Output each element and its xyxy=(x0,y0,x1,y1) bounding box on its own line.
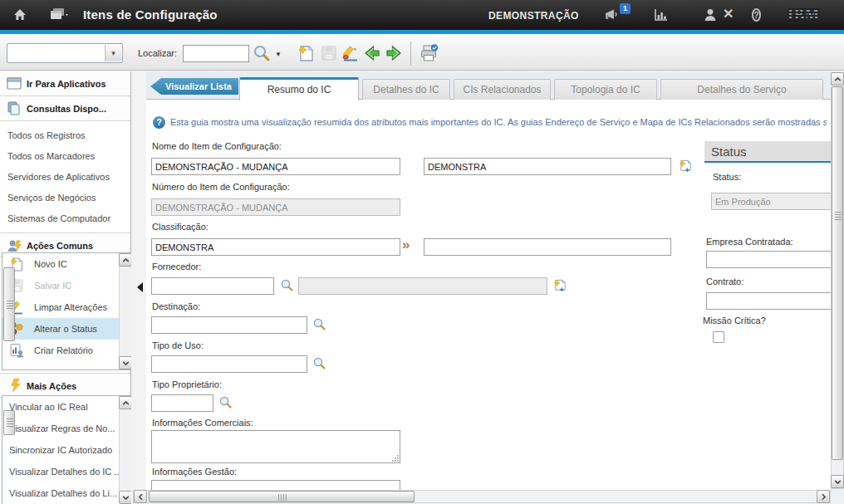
more-actions-list: Vincular ao IC Real Visualizar Regras de… xyxy=(2,395,133,504)
fornecedor-label: Fornecedor: xyxy=(152,262,201,272)
resize-grip-icon[interactable] xyxy=(391,454,399,462)
long-description-icon[interactable] xyxy=(678,159,693,174)
status-label: Status: xyxy=(713,172,741,182)
nome-input[interactable] xyxy=(151,158,400,175)
help-icon[interactable]: ? xyxy=(752,7,770,23)
find-input[interactable] xyxy=(183,45,249,62)
tab-cis-relacionados[interactable]: CIs Relacionados xyxy=(454,79,551,100)
contrato-input[interactable] xyxy=(706,292,831,310)
sidebar: Ir Para Aplicativos Consultas Dispo... T… xyxy=(0,71,131,504)
empresa-contratada-input[interactable] xyxy=(706,251,831,268)
search-icon[interactable] xyxy=(252,43,272,63)
missao-critica-checkbox[interactable] xyxy=(713,331,724,343)
action-visualizar-detalhes-ic[interactable]: Visualizar Detalhes do IC ... xyxy=(2,461,132,482)
fornecedor-lookup-icon[interactable] xyxy=(280,278,294,292)
nome-descricao-input[interactable] xyxy=(424,158,671,175)
announcements-icon[interactable] xyxy=(603,7,621,23)
action-criar-relatorio[interactable]: Criar Relatório xyxy=(2,340,132,361)
informacoes-gestao-textarea[interactable] xyxy=(151,480,400,490)
more-actions-scrollbar[interactable] xyxy=(119,396,132,503)
clear-changes-icon[interactable] xyxy=(341,43,361,63)
classificacao-input[interactable] xyxy=(151,238,400,256)
query-link-servicos-negocios[interactable]: Serviços de Negócios xyxy=(0,188,130,208)
tipo-uso-input[interactable] xyxy=(151,355,307,373)
query-link-servidores-aplicativos[interactable]: Servidores de Aplicativos xyxy=(0,167,130,188)
action-novo-ic[interactable]: Novo IC xyxy=(2,253,132,275)
destinacao-input[interactable] xyxy=(151,316,307,334)
tab-topologia-do-ic[interactable]: Topologia do IC xyxy=(554,79,657,100)
tab-content-resumo: ? Esta guia mostra uma visualização resu… xyxy=(146,100,831,490)
action-vincular-ic-real[interactable]: Vincular ao IC Real xyxy=(2,396,132,418)
tipo-proprietario-lookup-icon[interactable] xyxy=(218,395,233,409)
create-report-icon xyxy=(8,342,25,359)
scrollbar-thumb[interactable] xyxy=(832,86,843,460)
print-icon[interactable] xyxy=(419,43,439,63)
classificacao-descricao-input[interactable] xyxy=(424,238,671,256)
destinacao-lookup-icon[interactable] xyxy=(312,317,326,331)
query-link-sistemas-computador[interactable]: Sistemas de Computador xyxy=(0,208,130,229)
search-caret-icon[interactable]: ▼ xyxy=(275,51,282,58)
action-limpar-alteracoes[interactable]: Limpar Alterações xyxy=(2,296,132,318)
detail-menu-icon[interactable]: » xyxy=(402,237,410,253)
new-record-icon[interactable] xyxy=(296,43,316,63)
scroll-right-icon[interactable] xyxy=(817,490,830,503)
status-section-header: Status xyxy=(704,141,831,163)
save-icon[interactable] xyxy=(319,43,339,63)
notification-badge: 1 xyxy=(620,3,631,14)
tab-resumo-do-ic[interactable]: Resumo do IC xyxy=(239,77,359,100)
info-help-icon[interactable]: ? xyxy=(153,116,165,129)
long-description-icon[interactable] xyxy=(552,278,567,293)
tipo-uso-lookup-icon[interactable] xyxy=(312,356,326,370)
action-label: Novo IC xyxy=(34,259,67,269)
query-select[interactable]: ▾ xyxy=(7,43,123,63)
scrollbar-thumb[interactable] xyxy=(3,410,15,435)
action-sincronizar-ic[interactable]: Sincronizar IC Autorizado xyxy=(2,439,132,461)
tipo-proprietario-input[interactable] xyxy=(151,394,213,412)
view-list-button[interactable]: Visualizar Lista xyxy=(150,78,238,95)
common-actions-scrollbar[interactable] xyxy=(119,253,132,369)
home-icon[interactable] xyxy=(12,7,30,23)
previous-record-icon[interactable] xyxy=(362,43,382,63)
fornecedor-input[interactable] xyxy=(151,277,274,295)
go-to-apps-icon[interactable] xyxy=(48,7,73,23)
tipo-proprietario-label: Tipo Proprietário: xyxy=(152,379,222,389)
collapse-sidebar-icon[interactable] xyxy=(137,282,143,292)
scrollbar-thumb[interactable] xyxy=(149,491,415,502)
scroll-left-icon[interactable] xyxy=(134,490,147,503)
sidebar-section-label: Mais Ações xyxy=(27,381,76,391)
sidebar-section-label: Ações Comuns xyxy=(27,241,93,251)
action-label: Alterar o Status xyxy=(34,324,97,334)
action-visualizar-detalhes-li[interactable]: Visualizar Detalhes do Li... xyxy=(2,482,132,504)
environment-label: DEMONSTRAÇÃO xyxy=(488,10,579,22)
query-link-todos-registros[interactable]: Todos os Registros xyxy=(0,125,130,146)
query-link-todos-marcadores[interactable]: Todos os Marcadores xyxy=(0,146,130,167)
scroll-down-icon[interactable] xyxy=(119,491,132,504)
reports-chart-icon[interactable] xyxy=(653,7,671,23)
scroll-up-icon[interactable] xyxy=(119,396,132,409)
info-message: Esta guia mostra uma visualização resumi… xyxy=(170,117,827,127)
scrollbar-thumb[interactable] xyxy=(3,267,15,341)
close-icon[interactable]: ✕ xyxy=(723,6,741,22)
scroll-down-icon[interactable] xyxy=(119,356,132,369)
status-input xyxy=(711,193,831,210)
action-alterar-status[interactable]: Alterar o Status xyxy=(2,318,132,340)
next-record-icon[interactable] xyxy=(384,43,404,63)
informacoes-comerciais-textarea[interactable] xyxy=(151,430,400,463)
tab-detalhes-do-ic[interactable]: Detalhes do IC xyxy=(362,79,450,100)
action-visualizar-regras[interactable]: Visualizar Regras de No... xyxy=(2,418,132,439)
scroll-down-icon[interactable] xyxy=(831,475,844,488)
informacoes-comerciais-label: Informações Comerciais: xyxy=(152,418,253,428)
action-label: Criar Relatório xyxy=(34,345,93,355)
profile-icon[interactable] xyxy=(702,7,720,23)
sidebar-item-go-to-applications[interactable]: Ir Para Aplicativos xyxy=(0,71,130,96)
tab-detalhes-do-servico[interactable]: Detalhes do Serviço xyxy=(660,79,823,100)
status-section-title: Status xyxy=(711,144,747,159)
empresa-contratada-label: Empresa Contratada: xyxy=(706,237,793,247)
query-select-caret-icon[interactable]: ▾ xyxy=(105,45,121,61)
action-salvar-ic[interactable]: Salvar IC xyxy=(2,275,132,296)
scroll-up-icon[interactable] xyxy=(119,253,132,267)
ibm-logo: IBM xyxy=(788,7,820,23)
sidebar-section-available-queries[interactable]: Consultas Dispo... xyxy=(0,96,130,121)
numero-input xyxy=(151,198,400,216)
scroll-up-icon[interactable] xyxy=(831,72,844,86)
